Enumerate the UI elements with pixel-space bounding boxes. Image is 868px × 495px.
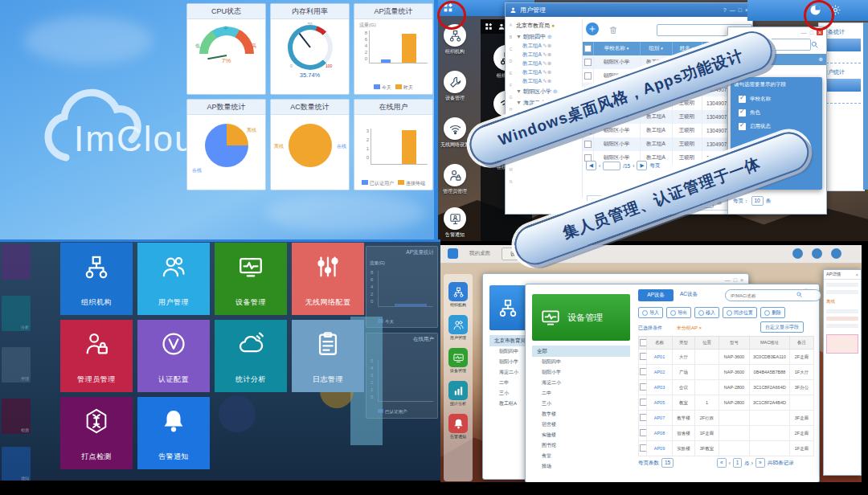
device-tree-item[interactable]: 宿舍楼: [532, 419, 630, 430]
row-checkbox[interactable]: [640, 414, 647, 421]
device-row[interactable]: AP02 广场 NAP-36000B4B4A5B7B88 1F大厅: [639, 365, 814, 380]
device-row[interactable]: AP08 宿舍楼1F走廊 2F走廊: [639, 426, 814, 441]
filter-tag[interactable]: 未分组AP ×: [677, 325, 702, 332]
first-page-button[interactable]: «: [717, 458, 727, 468]
row-checkbox[interactable]: [584, 72, 592, 80]
index-letter[interactable]: A: [507, 19, 514, 31]
refresh-icon[interactable]: [812, 248, 822, 259]
close-button[interactable]: ×: [817, 30, 823, 35]
tree-member[interactable]: 教工组A ✎⊗: [514, 77, 582, 86]
window-control-button[interactable]: □: [734, 277, 737, 283]
row-checkbox[interactable]: [584, 141, 592, 148]
device-tree-item[interactable]: 教学楼: [532, 409, 630, 419]
app-tile[interactable]: 日志管理: [292, 320, 364, 392]
select-all-checkbox[interactable]: [584, 45, 592, 52]
tab-ap-devices[interactable]: AP设备: [638, 289, 674, 301]
next-page-button[interactable]: ›: [751, 460, 753, 466]
device-link[interactable]: AP09: [647, 441, 673, 456]
index-letter[interactable]: N: [507, 176, 514, 188]
checkbox-checked-icon[interactable]: [739, 123, 746, 130]
index-letter[interactable]: F: [507, 80, 514, 92]
device-tree-item[interactable]: 朝阳小学: [532, 367, 630, 378]
device-link[interactable]: AP05: [647, 395, 673, 411]
device-link[interactable]: AP03: [647, 380, 673, 395]
add-column-icon[interactable]: ⊕: [819, 56, 823, 63]
window-control-button[interactable]: —: [725, 277, 731, 283]
prev-page-button[interactable]: ‹: [729, 460, 731, 466]
tab-ac-devices[interactable]: AC设备: [680, 291, 698, 298]
tree-member[interactable]: 教工组A ✎⊗: [514, 59, 582, 68]
column-header[interactable]: 备注: [790, 337, 814, 350]
app-tile[interactable]: 用户管理: [137, 243, 210, 315]
toolbar-button[interactable]: 导入: [638, 307, 663, 318]
device-tree-item[interactable]: 实验楼: [532, 430, 630, 440]
tab-desktop[interactable]: 我的桌面: [469, 250, 490, 257]
delete-icon[interactable]: ⊗: [547, 69, 551, 75]
delete-icon[interactable]: ⊗: [547, 51, 551, 57]
device-header-tile[interactable]: 设备管理: [532, 294, 630, 341]
desktop-app-icon[interactable]: [444, 164, 466, 186]
close-icon[interactable]: ×: [855, 272, 858, 277]
device-search-input[interactable]: [725, 289, 821, 301]
add-user-button[interactable]: [586, 22, 599, 35]
column-header[interactable]: 组别: [640, 42, 672, 55]
app-tile[interactable]: 组织机构: [60, 243, 133, 315]
toolbar-button[interactable]: 导出: [666, 307, 691, 318]
app-tile[interactable]: 管理员管理: [60, 320, 133, 392]
per-page-value[interactable]: 10: [751, 196, 764, 206]
delete-icon[interactable]: ⊗: [547, 78, 551, 84]
index-letter[interactable]: D: [507, 55, 514, 68]
search-icon[interactable]: [810, 40, 819, 49]
field-option[interactable]: 学校名称: [731, 92, 822, 106]
sidebar-app-icon[interactable]: [448, 414, 468, 433]
page-input[interactable]: [603, 162, 620, 170]
tree-member[interactable]: 教工组A ✎⊗: [514, 68, 582, 77]
index-letter[interactable]: B: [507, 31, 514, 43]
column-header[interactable]: 名称: [647, 337, 673, 350]
device-tree-item[interactable]: 食堂: [532, 451, 630, 461]
column-header[interactable]: 类型: [673, 337, 695, 350]
device-row[interactable]: AP09 实验楼3F教室 1F走廊: [639, 441, 814, 456]
row-checkbox[interactable]: [640, 429, 647, 436]
device-tree-item[interactable]: 三小: [532, 399, 630, 409]
delete-users-button[interactable]: [608, 24, 618, 35]
row-checkbox[interactable]: [640, 399, 647, 406]
index-letter[interactable]: G: [507, 92, 514, 104]
device-link[interactable]: AP08: [647, 426, 673, 441]
tree-member[interactable]: 教工组A ✎⊗: [514, 42, 582, 51]
device-tree-item[interactable]: 操场: [532, 461, 630, 472]
desktop-app-icon[interactable]: [444, 71, 466, 93]
device-row[interactable]: AP01 大厅 NAP-36003C0CDB3EA110 2F走廊: [639, 350, 814, 365]
app-tile[interactable]: 认证配置: [137, 320, 210, 392]
device-row[interactable]: AP03 会议 NAP-28003C1C8F2A664D 3F办公: [639, 380, 814, 395]
next-page-button[interactable]: ›: [633, 163, 634, 169]
search-icon[interactable]: [796, 291, 803, 298]
checkbox-checked-icon[interactable]: [739, 109, 746, 117]
index-letter[interactable]: M: [507, 164, 514, 176]
sidebar-app-icon[interactable]: [448, 348, 468, 367]
select-all-checkbox[interactable]: [640, 339, 647, 346]
share-icon[interactable]: [792, 248, 803, 259]
drawer-grid-icon[interactable]: [485, 22, 493, 31]
toolbar-button[interactable]: 删除: [760, 307, 785, 318]
window-control-button[interactable]: —: [730, 7, 735, 13]
device-link[interactable]: AP01: [647, 350, 673, 365]
field-option[interactable]: 角色: [731, 106, 822, 120]
device-link[interactable]: AP07: [647, 411, 673, 426]
custom-fields-button[interactable]: 自定义显示字段: [760, 321, 804, 333]
toolbar-button[interactable]: 移入: [694, 307, 719, 318]
last-page-button[interactable]: »: [755, 458, 765, 468]
app-tile[interactable]: 设备管理: [215, 243, 287, 315]
index-letter[interactable]: C: [507, 43, 514, 55]
device-tree-root[interactable]: 全部: [532, 346, 630, 357]
app-tile[interactable]: 告警通知: [137, 397, 210, 469]
device-tree-item[interactable]: 图书馆: [532, 440, 630, 451]
column-header[interactable]: MAC地址: [750, 337, 790, 350]
per-page-value[interactable]: 15: [661, 458, 674, 468]
minimize-button[interactable]: —: [801, 30, 807, 35]
filter-label[interactable]: 已选择条件: [638, 325, 662, 332]
device-row[interactable]: AP05 教室1 NAP-28003C1C8F2A4B4D: [639, 395, 814, 411]
field-option[interactable]: 启用状态: [731, 120, 822, 133]
tree-root[interactable]: 北京市教育局: [516, 22, 550, 28]
app-tile[interactable]: 无线网络配置: [292, 243, 364, 315]
